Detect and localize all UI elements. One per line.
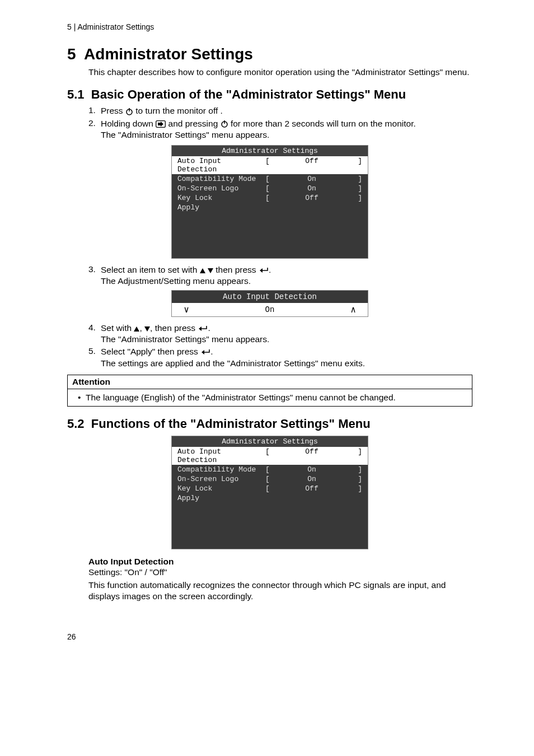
attention-heading: Attention: [68, 375, 472, 389]
down-arrow-icon: [208, 268, 213, 273]
step-subtext: The "Administrator Settings" menu appear…: [101, 334, 472, 345]
bracket-open: [: [261, 194, 274, 202]
menu-row-label: Key Lock: [177, 194, 261, 202]
chapter-heading: 5 Administrator Settings: [67, 45, 472, 63]
menu-row-compat: Compatibility Mode [ On ]: [172, 465, 368, 474]
menu-row-auto-input: Auto Input Detection [ Off ]: [172, 156, 368, 174]
step-2: 2. Holding down and pressing for more th…: [88, 118, 472, 141]
step-text: Holding down: [101, 119, 156, 128]
bracket-close: ]: [350, 175, 362, 183]
enter-icon: [259, 267, 269, 274]
menu-row-logo: On-Screen Logo [ On ]: [172, 474, 368, 484]
step-text: .: [208, 323, 210, 333]
bracket-close: ]: [350, 447, 362, 464]
menu-row-label: On-Screen Logo: [177, 184, 261, 193]
menu-row-keylock: Key Lock [ Off ]: [172, 484, 368, 493]
step-subtext: The Adjustment/Setting menu appears.: [101, 276, 472, 287]
step-text: Select "Apply" then press: [101, 347, 200, 356]
menu-row-value: Off: [274, 447, 350, 464]
menu-row-keylock: Key Lock [ Off ]: [172, 193, 368, 203]
bracket-open: [: [261, 475, 274, 483]
chevron-down-icon: ∨: [179, 304, 194, 315]
menu-row-label: Compatibility Mode: [177, 465, 261, 474]
step-number: 4.: [88, 323, 101, 345]
bracket-open: [: [261, 184, 274, 193]
menu-row-compat: Compatibility Mode [ On ]: [172, 174, 368, 184]
bracket-open: [: [261, 157, 274, 174]
menu-row-value: On: [274, 184, 350, 193]
step-number: 2.: [88, 118, 101, 141]
step-subtext: The "Administrator Settings" menu appear…: [101, 129, 472, 141]
chevron-up-icon: ∧: [345, 304, 361, 315]
menu-row-label: Compatibility Mode: [177, 175, 261, 183]
menu-title: Administrator Settings: [172, 436, 368, 447]
step-1: 1. Press to turn the monitor off .: [88, 105, 472, 116]
bracket-close: ]: [350, 465, 362, 474]
bracket-open: [: [261, 484, 274, 493]
menu-row-apply: Apply: [172, 493, 368, 503]
menu-row-label: Apply: [177, 203, 261, 212]
menu-row-label: Auto Input Detection: [177, 447, 261, 464]
section-title-text: Functions of the "Administrator Settings…: [91, 417, 371, 431]
step-text: , then press: [150, 323, 198, 333]
step-text: .: [210, 347, 213, 356]
up-arrow-icon: [134, 326, 139, 332]
menu-row-label: On-Screen Logo: [177, 475, 261, 483]
step-text: to turn the monitor off .: [135, 106, 223, 115]
power-icon: [221, 120, 228, 128]
bracket-close: ]: [350, 475, 362, 483]
step-text: and pressing: [168, 119, 221, 128]
section-number: 5.1: [67, 87, 85, 101]
step-text: Select an item to set with: [101, 265, 200, 274]
enter-icon: [200, 349, 210, 356]
enter-icon: [198, 325, 208, 332]
step-5: 5. Select "Apply" then press . The setti…: [88, 346, 472, 368]
settings-line: Settings: "On" / "Off": [88, 567, 472, 577]
menu-row-value: On: [274, 175, 350, 183]
admin-settings-menu-figure: Administrator Settings Auto Input Detect…: [171, 145, 368, 259]
bracket-close: ]: [350, 194, 362, 202]
menu-row-auto-input: Auto Input Detection [ Off ]: [172, 447, 368, 465]
bracket-open: [: [261, 175, 274, 183]
section-heading-5-2: 5.2 Functions of the "Administrator Sett…: [67, 417, 472, 431]
step-subtext: The settings are applied and the "Admini…: [101, 358, 472, 369]
menu-row-label: Apply: [177, 494, 261, 502]
chapter-number: 5: [67, 45, 76, 63]
chapter-intro: This chapter describes how to configure …: [88, 67, 472, 77]
item-heading-auto-input: Auto Input Detection: [88, 556, 472, 567]
admin-settings-menu-figure-2: Administrator Settings Auto Input Detect…: [171, 436, 368, 549]
menu-row-value: Off: [274, 157, 350, 174]
menu-title: Administrator Settings: [172, 146, 368, 156]
adjustment-menu-figure: Auto Input Detection ∨ On ∧: [171, 290, 368, 317]
menu-row-label: Auto Input Detection: [177, 157, 261, 174]
page-header: 5 | Administrator Settings: [67, 22, 472, 31]
bullet-point: •: [78, 393, 86, 403]
up-arrow-icon: [200, 268, 205, 273]
section-number: 5.2: [67, 417, 85, 431]
section-title-text: Basic Operation of the "Administrator Se…: [91, 87, 406, 101]
chapter-title-text: Administrator Settings: [84, 45, 253, 63]
step-4: 4. Set with , , then press . The "Admini…: [88, 323, 472, 345]
step-text: then press: [216, 265, 259, 274]
step-number: 1.: [88, 105, 101, 116]
power-icon: [125, 108, 133, 115]
item-description: This function automatically recognizes t…: [88, 580, 472, 601]
step-3: 3. Select an item to set with then press…: [88, 264, 472, 287]
menu-row-value: Off: [274, 194, 350, 202]
step-number: 5.: [88, 346, 101, 368]
input-button-icon: [156, 120, 166, 128]
bracket-open: [: [261, 447, 274, 464]
bracket-close: ]: [350, 157, 362, 174]
bracket-open: [: [261, 465, 274, 474]
menu-row-logo: On-Screen Logo [ On ]: [172, 184, 368, 193]
bracket-close: ]: [350, 484, 362, 493]
menu-row-label: Key Lock: [177, 484, 261, 493]
menu-row-value: Off: [274, 484, 350, 493]
menu-row-apply: Apply: [172, 203, 368, 212]
page-number: 26: [67, 632, 472, 641]
menu-row-value: On: [274, 465, 350, 474]
adjustment-menu-title: Auto Input Detection: [172, 291, 368, 303]
bracket-close: ]: [350, 184, 362, 193]
attention-box: Attention • The language (English) of th…: [67, 375, 472, 407]
attention-text: The language (English) of the "Administr…: [86, 393, 396, 403]
